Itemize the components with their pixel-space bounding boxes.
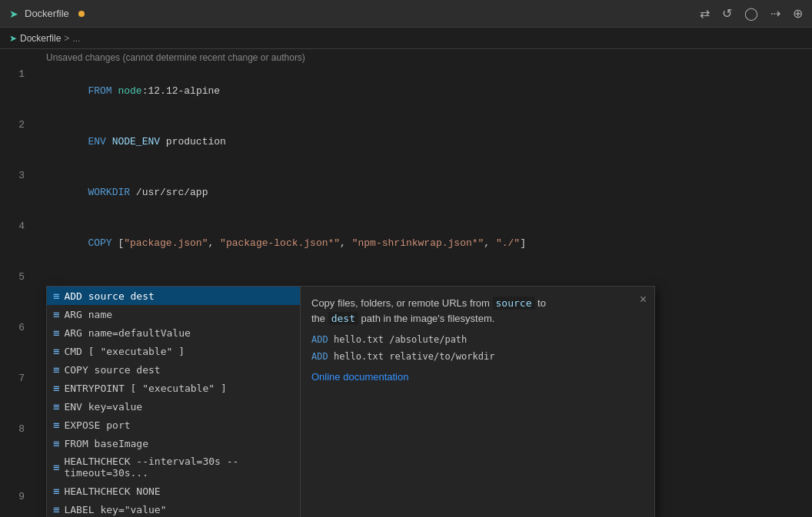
history-icon[interactable]: ↺: [722, 6, 732, 21]
snippet-icon-10: [53, 461, 59, 473]
autocomplete-item-healthcheck-interval[interactable]: HEALTHCHECK --interval=30s --timeout=30s…: [47, 452, 300, 482]
autocomplete-label-10: HEALTHCHECK --interval=30s --timeout=30s…: [64, 456, 294, 479]
autocomplete-label-8: EXPOSE port: [64, 419, 130, 431]
title-bar-left: ➤ Dockerfile: [9, 8, 85, 20]
autocomplete-widget: ADD source dest ARG name ARG name=defaul…: [46, 286, 655, 517]
detail-example-2: ADD hello.txt relative/to/workdir: [311, 349, 644, 366]
unsaved-banner: Unsaved changes (cannot determine recent…: [0, 49, 812, 66]
line-number-7: 7: [0, 370, 37, 387]
file-tab-icon: ➤: [9, 8, 18, 20]
autocomplete-label-9: FROM baseImage: [64, 438, 148, 449]
code-content-2: ENV NODE_ENV production: [37, 117, 812, 167]
autocomplete-label-7: ENV key=value: [64, 401, 142, 413]
snippet-icon-5: [53, 363, 59, 376]
snippet-icon-2: [53, 308, 59, 320]
autocomplete-item-expose-port[interactable]: EXPOSE port: [47, 416, 300, 434]
snippet-icon-6: [53, 382, 59, 394]
detail-examples: ADD hello.txt /absolute/path ADD hello.t…: [311, 332, 644, 365]
editor-area: Unsaved changes (cannot determine recent…: [0, 49, 812, 517]
autocomplete-item-arg-name[interactable]: ARG name: [47, 305, 300, 323]
autocomplete-item-copy-source-dest[interactable]: COPY source dest: [47, 360, 300, 379]
detail-source-code: source: [493, 297, 535, 310]
detail-desc-to: to: [535, 297, 546, 309]
breadcrumb-icon: ➤: [9, 33, 17, 44]
autocomplete-item-cmd-executable[interactable]: CMD [ "executable" ]: [47, 342, 300, 360]
breadcrumb-more[interactable]: ...: [72, 33, 80, 44]
autocomplete-item-add-source-dest[interactable]: ADD source dest: [47, 287, 300, 305]
snippet-icon-1: [53, 290, 59, 302]
line-number-3: 3: [0, 167, 37, 184]
autocomplete-label-1: ADD source dest: [64, 290, 154, 302]
autocomplete-label-5: COPY source dest: [64, 364, 160, 376]
tab-title: Dockerfile: [25, 8, 69, 19]
breadcrumb-file[interactable]: Dockerfile: [20, 33, 61, 44]
detail-description: Copy files, folders, or remote URLs from…: [311, 296, 644, 326]
unsaved-dot: [78, 11, 85, 17]
autocomplete-label-4: CMD [ "executable" ]: [64, 346, 185, 357]
autocomplete-label-11: HEALTHCHECK NONE: [64, 486, 160, 497]
line-number-4: 4: [0, 218, 37, 235]
diff-icon[interactable]: ⇄: [700, 6, 710, 21]
detail-dest-code: dest: [328, 312, 358, 325]
detail-desc-before: Copy files, folders, or remote URLs from: [311, 297, 493, 309]
breadcrumb-separator: >: [64, 33, 69, 44]
code-content-3: WORKDIR /usr/src/app: [37, 167, 812, 218]
code-content-4: COPY ["package.json", "package-lock.json…: [37, 218, 812, 269]
snippet-icon-3: [53, 326, 59, 339]
autocomplete-item-healthcheck-none[interactable]: HEALTHCHECK NONE: [47, 482, 300, 500]
autocomplete-item-arg-name-default[interactable]: ARG name=defaultValue: [47, 323, 300, 342]
forward-icon[interactable]: ⇢: [770, 6, 780, 21]
snippet-icon-8: [53, 419, 59, 431]
snippet-icon-12: [53, 503, 59, 515]
snippet-icon-7: [53, 400, 59, 413]
autocomplete-item-from-baseimage[interactable]: FROM baseImage: [47, 434, 300, 452]
detail-close-button[interactable]: ×: [640, 293, 647, 307]
line-number-5: 5: [0, 269, 37, 286]
snippet-icon-4: [53, 345, 59, 357]
autocomplete-list[interactable]: ADD source dest ARG name ARG name=defaul…: [47, 287, 301, 517]
autocomplete-item-entrypoint[interactable]: ENTRYPOINT [ "executable" ]: [47, 379, 300, 397]
autocomplete-item-label-keyvalue[interactable]: LABEL key="value": [47, 500, 300, 517]
snippet-icon-9: [53, 437, 59, 449]
autocomplete-detail-panel: × Copy files, folders, or remote URLs fr…: [301, 287, 654, 517]
code-line-1: 1 FROM node:12.12-alpine: [0, 66, 812, 117]
autocomplete-label-3: ARG name=defaultValue: [64, 327, 190, 339]
title-bar: ➤ Dockerfile ⇄ ↺ ◯ ⇢ ⊕: [0, 0, 812, 28]
title-bar-right: ⇄ ↺ ◯ ⇢ ⊕: [700, 6, 803, 21]
code-line-2: 2 ENV NODE_ENV production: [0, 117, 812, 167]
snippet-icon-11: [53, 485, 59, 497]
circle-icon[interactable]: ◯: [744, 6, 758, 21]
detail-example-1: ADD hello.txt /absolute/path: [311, 332, 644, 349]
autocomplete-label-2: ARG name: [64, 309, 112, 320]
online-documentation-link[interactable]: Online documentation: [311, 371, 408, 383]
line-number-1: 1: [0, 66, 37, 83]
code-line-4: 4 COPY ["package.json", "package-lock.js…: [0, 218, 812, 269]
line-number-6: 6: [0, 320, 37, 336]
code-content-1: FROM node:12.12-alpine: [37, 66, 812, 117]
autocomplete-item-env-keyvalue[interactable]: ENV key=value: [47, 397, 300, 416]
autocomplete-label-6: ENTRYPOINT [ "executable" ]: [64, 383, 226, 394]
line-number-8: 8: [0, 421, 37, 438]
breadcrumb: ➤ Dockerfile > ...: [0, 28, 812, 49]
code-line-3: 3 WORKDIR /usr/src/app: [0, 167, 812, 218]
detail-desc-the: the: [311, 313, 328, 324]
line-number-2: 2: [0, 117, 37, 134]
line-number-9: 9: [0, 489, 37, 505]
settings-icon[interactable]: ⊕: [793, 6, 803, 21]
autocomplete-label-12: LABEL key="value": [64, 504, 166, 515]
detail-desc-end: path in the image's filesystem.: [358, 313, 494, 324]
